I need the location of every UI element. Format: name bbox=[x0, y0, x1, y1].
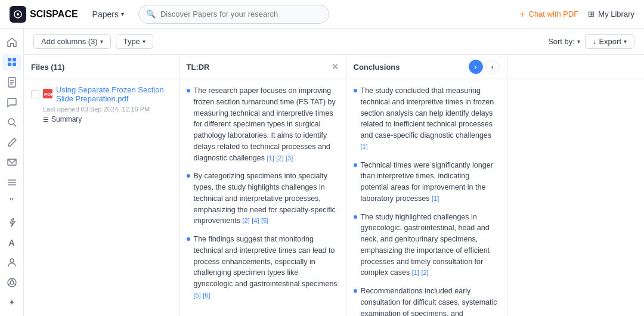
sidebar-item-search[interactable] bbox=[2, 113, 21, 131]
toolbar: Add columns (3) ▾ Type ▾ Sort by: ▾ ↓ Ex… bbox=[24, 29, 644, 55]
type-filter-button[interactable]: Type ▾ bbox=[116, 34, 153, 49]
main-table: Files (11) TL:DR ✕ Conclusions bbox=[24, 55, 644, 316]
file-name[interactable]: Using Separate Frozen Section Slide Prep… bbox=[56, 85, 172, 103]
table-container: Files (11) TL:DR ✕ Conclusions bbox=[24, 55, 644, 316]
row-checkbox[interactable] bbox=[31, 90, 39, 98]
tldr-ref-2-3[interactable]: [5] bbox=[261, 217, 268, 224]
tldr-text-3: The findings suggest that monitoring tec… bbox=[194, 235, 338, 288]
svg-point-19 bbox=[10, 281, 14, 284]
empty-column-header bbox=[507, 55, 644, 79]
tldr-ref-2-1[interactable]: [2] bbox=[242, 217, 249, 224]
conclusion-ref-3-2[interactable]: [2] bbox=[421, 269, 428, 276]
tldr-ref-1-1[interactable]: [1] bbox=[267, 154, 274, 162]
sidebar-item-quote[interactable]: " bbox=[2, 194, 21, 212]
svg-line-12 bbox=[14, 124, 16, 126]
tldr-ref-2-2[interactable]: [4] bbox=[252, 217, 259, 224]
my-library-label: My Library bbox=[598, 10, 634, 18]
conclusion-text-2: Technical times were significantly longe… bbox=[361, 161, 493, 203]
next-column-arrow[interactable]: › bbox=[469, 60, 483, 74]
sidebar-item-home[interactable] bbox=[2, 33, 21, 51]
chat-pdf-label: Chat with PDF bbox=[529, 10, 579, 18]
logo-text: SCISPACE bbox=[30, 9, 78, 20]
file-summary-link[interactable]: ☰ Summary bbox=[43, 115, 172, 123]
bullet-dot bbox=[187, 237, 190, 241]
sidebar-item-document[interactable] bbox=[2, 73, 21, 91]
conclusion-text-3: The study highlighted challenges in gyne… bbox=[361, 213, 490, 277]
add-columns-button[interactable]: Add columns (3) ▾ bbox=[33, 34, 111, 49]
nav-papers[interactable]: Papers ▾ bbox=[88, 7, 129, 21]
bullet-dot bbox=[354, 289, 357, 293]
tldr-text-1: The research paper focuses on improving … bbox=[194, 86, 336, 162]
search-bar[interactable]: 🔍 bbox=[138, 5, 329, 24]
export-button[interactable]: ↓ Export ▾ bbox=[585, 34, 634, 49]
sort-label: Sort by: bbox=[548, 37, 575, 46]
sidebar-item-bolt[interactable] bbox=[2, 213, 21, 231]
home-icon bbox=[7, 37, 17, 48]
document-icon bbox=[7, 77, 17, 88]
tldr-bullet-list: The research paper focuses on improving … bbox=[187, 85, 339, 301]
sidebar-item-chat[interactable] bbox=[2, 94, 21, 111]
my-library-button[interactable]: ⊞ My Library bbox=[588, 10, 634, 18]
logo[interactable]: SCISPACE bbox=[10, 6, 78, 23]
sidebar-item-person[interactable] bbox=[2, 253, 21, 271]
tldr-ref-1-2[interactable]: [2] bbox=[276, 154, 283, 162]
conclusion-bullet-1: The study concluded that measuring techn… bbox=[354, 85, 500, 153]
conclusion-ref-2-1[interactable]: [1] bbox=[432, 195, 439, 202]
sidebar-item-library[interactable] bbox=[2, 54, 21, 72]
conclusions-header-label: Conclusions bbox=[354, 63, 400, 72]
header-right: + Chat with PDF ⊞ My Library bbox=[519, 9, 634, 20]
svg-point-11 bbox=[8, 119, 14, 125]
search-input[interactable] bbox=[160, 10, 321, 18]
chevron-down-icon: ▾ bbox=[100, 38, 103, 45]
sidebar-item-ai[interactable]: ✦ bbox=[2, 294, 21, 312]
conclusion-bullet-2: Technical times were significantly longe… bbox=[354, 160, 500, 205]
mail-icon bbox=[7, 157, 17, 168]
grid-icon bbox=[7, 57, 17, 67]
chrome-icon bbox=[7, 277, 17, 288]
sort-button[interactable]: Sort by: ▾ bbox=[548, 37, 580, 46]
conclusion-bullet-4: Recommendations included early consultat… bbox=[354, 286, 500, 316]
chat-pdf-button[interactable]: + Chat with PDF bbox=[519, 9, 578, 20]
tldr-ref-3-2[interactable]: [6] bbox=[203, 292, 210, 299]
library-icon: ⊞ bbox=[588, 10, 595, 18]
sidebar-item-pen[interactable] bbox=[2, 134, 21, 151]
sidebar-item-mail[interactable] bbox=[2, 153, 21, 171]
svg-text:PDF: PDF bbox=[44, 92, 52, 97]
svg-rect-6 bbox=[13, 63, 16, 66]
nav-papers-label: Papers bbox=[92, 10, 119, 19]
toolbar-right: Sort by: ▾ ↓ Export ▾ bbox=[548, 34, 634, 49]
tldr-close-button[interactable]: ✕ bbox=[332, 63, 339, 71]
svg-rect-5 bbox=[8, 63, 11, 66]
chevron-down-icon: ▾ bbox=[577, 38, 580, 45]
tldr-cell: The research paper focuses on improving … bbox=[179, 79, 346, 317]
summary-label: Summary bbox=[51, 115, 82, 123]
svg-rect-3 bbox=[8, 58, 11, 61]
sidebar-item-text-a[interactable]: A bbox=[2, 234, 21, 252]
bullet-dot bbox=[187, 174, 190, 178]
bullet-dot bbox=[354, 89, 357, 92]
pen-icon bbox=[7, 137, 17, 148]
tldr-ref-3-1[interactable]: [5] bbox=[194, 292, 201, 299]
search-icon: 🔍 bbox=[146, 10, 156, 18]
conclusion-text-4: Recommendations included early consultat… bbox=[361, 287, 497, 316]
bullet-dot bbox=[354, 163, 357, 167]
pdf-icon: PDF bbox=[43, 89, 52, 100]
main-container: " A ✦ Add co bbox=[0, 29, 644, 316]
header: SCISPACE Papers ▾ 🔍 + Chat with PDF ⊞ My… bbox=[0, 0, 644, 29]
add-columns-label: Add columns (3) bbox=[41, 37, 98, 46]
column-nav-arrows: › ‹ bbox=[469, 60, 500, 74]
conclusion-ref-1-1[interactable]: [1] bbox=[361, 143, 368, 150]
tldr-ref-1-3[interactable]: [3] bbox=[286, 154, 293, 162]
prev-column-arrow[interactable]: ‹ bbox=[485, 60, 500, 74]
tldr-bullet-1: The research paper focuses on improving … bbox=[187, 85, 339, 163]
files-header-label: Files (11) bbox=[31, 63, 64, 72]
list-icon bbox=[7, 177, 17, 188]
sidebar-item-list[interactable] bbox=[2, 174, 21, 191]
conclusion-ref-3-1[interactable]: [1] bbox=[412, 269, 419, 276]
chevron-down-icon: ▾ bbox=[624, 38, 627, 45]
conclusions-cell: The study concluded that measuring techn… bbox=[346, 79, 507, 317]
tldr-column-header: TL:DR ✕ bbox=[179, 55, 346, 79]
download-icon: ↓ bbox=[593, 37, 597, 46]
sidebar-item-chrome[interactable] bbox=[2, 274, 21, 292]
conclusion-text-1: The study concluded that measuring techn… bbox=[361, 86, 494, 140]
